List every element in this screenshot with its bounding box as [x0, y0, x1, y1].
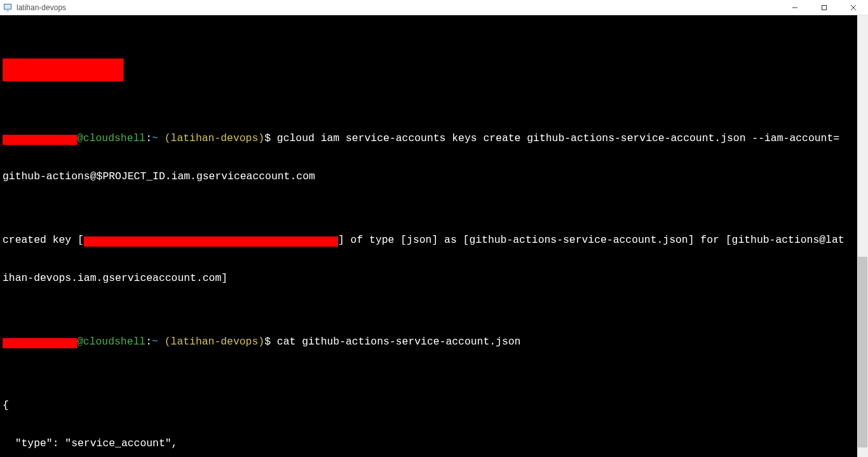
svg-rect-2: [6, 10, 9, 11]
window-controls: [780, 0, 868, 15]
redaction-box: [84, 236, 338, 247]
window-title: latihan-devops: [17, 3, 780, 12]
terminal-line: @cloudshell:~ (latihan-devops)$ gcloud i…: [3, 132, 865, 145]
redaction-box: [3, 338, 77, 348]
putty-window: latihan-devops @cloudshell:~ (latihan-de…: [0, 0, 868, 457]
svg-rect-1: [4, 4, 11, 9]
svg-rect-4: [822, 5, 827, 10]
scrollbar[interactable]: [857, 15, 868, 457]
terminal-line: github-actions@$PROJECT_ID.iam.gservicea…: [3, 170, 865, 183]
terminal-area[interactable]: @cloudshell:~ (latihan-devops)$ gcloud i…: [0, 15, 868, 457]
terminal-line: {: [3, 399, 865, 412]
putty-icon: [3, 3, 13, 13]
terminal-line: "type": "service_account",: [3, 437, 865, 450]
titlebar[interactable]: latihan-devops: [0, 0, 868, 15]
minimize-button[interactable]: [780, 0, 810, 15]
terminal-line: created key [] of type [json] as [github…: [3, 234, 865, 247]
terminal-line: ihan-devops.iam.gserviceaccount.com]: [3, 272, 865, 285]
redaction-box: [3, 135, 77, 145]
maximize-button[interactable]: [810, 0, 839, 15]
scrollbar-thumb[interactable]: [858, 257, 867, 447]
close-button[interactable]: [839, 0, 868, 15]
redaction-box: [3, 58, 123, 81]
terminal-line: @cloudshell:~ (latihan-devops)$ cat gith…: [3, 336, 865, 348]
